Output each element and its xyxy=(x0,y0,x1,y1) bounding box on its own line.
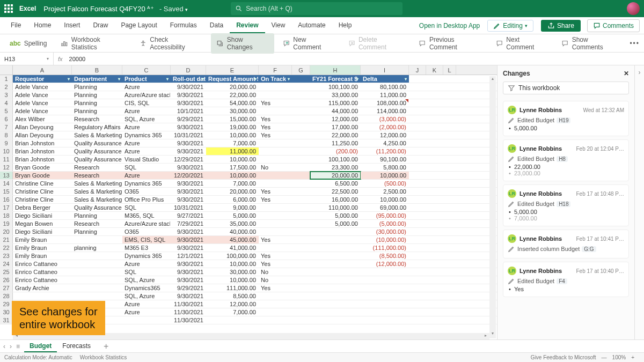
ribbon-overflow[interactable]: ••• xyxy=(630,40,640,47)
cell[interactable]: (3,000.00) xyxy=(361,115,409,123)
spelling-button[interactable]: abcSpelling xyxy=(4,37,52,50)
cell[interactable]: Planning xyxy=(72,107,122,115)
cell[interactable]: (12,000.00) xyxy=(361,260,409,268)
cell[interactable]: Yes xyxy=(259,115,292,123)
menu-tab-automate[interactable]: Automate xyxy=(291,18,332,33)
column-header-A[interactable]: A xyxy=(13,65,72,75)
cell[interactable] xyxy=(361,268,409,276)
cell[interactable] xyxy=(292,188,310,195)
cell[interactable]: Diego Siciliani xyxy=(13,212,72,219)
cell[interactable]: Azure/Azure stack xyxy=(122,91,171,99)
cell[interactable]: 4,250.00 xyxy=(361,139,409,147)
cell[interactable]: Emily Braun xyxy=(13,236,72,243)
cell[interactable] xyxy=(72,276,122,284)
cell[interactable] xyxy=(310,236,361,243)
app-launcher-icon[interactable] xyxy=(4,4,13,13)
cell[interactable]: 22,500.00 xyxy=(310,188,361,195)
cell[interactable]: 20,000.00 xyxy=(310,172,361,179)
row-header[interactable]: 27 xyxy=(0,284,13,292)
cell[interactable]: O365 xyxy=(122,228,171,235)
cell[interactable] xyxy=(122,316,171,324)
cell[interactable]: 12,000.00 xyxy=(361,131,409,139)
cell[interactable]: Azure xyxy=(122,139,171,147)
cell[interactable]: 111,000.00 xyxy=(206,284,259,292)
cell[interactable] xyxy=(361,308,409,316)
cell[interactable]: 9/30/2021 xyxy=(171,228,206,235)
cell[interactable] xyxy=(259,147,292,155)
column-header-L[interactable]: L xyxy=(443,65,456,75)
cell[interactable]: Enrico Cattaneo xyxy=(13,260,72,268)
column-header-K[interactable]: K xyxy=(426,65,443,75)
cell[interactable]: 11,250.00 xyxy=(310,139,361,147)
cell[interactable]: (10,000.00) xyxy=(361,236,409,243)
cell[interactable] xyxy=(310,268,361,276)
cell[interactable]: 54,000.00 xyxy=(206,99,259,107)
cell[interactable] xyxy=(72,292,122,300)
cell[interactable]: 100,100.00 xyxy=(310,83,361,91)
cell[interactable] xyxy=(206,316,259,324)
formula-input[interactable]: 20000 xyxy=(67,56,88,62)
cell[interactable]: CIS, SQL xyxy=(122,99,171,107)
changes-filter[interactable]: This workbook xyxy=(503,82,629,94)
cell[interactable]: Adele Vance xyxy=(13,107,72,115)
cell[interactable]: Research xyxy=(72,115,122,123)
cell[interactable]: (500.00) xyxy=(361,180,409,187)
cell[interactable]: 11/30/2021 xyxy=(171,316,206,324)
column-header-E[interactable]: E xyxy=(206,65,259,75)
cell[interactable]: Planning xyxy=(72,91,122,99)
change-ref[interactable]: H19 xyxy=(557,117,570,123)
cell[interactable]: No xyxy=(259,268,292,276)
table-header-cell[interactable]: On Track xyxy=(259,75,292,83)
editing-mode-button[interactable]: Editing▾ xyxy=(487,20,533,32)
cell[interactable]: Yes xyxy=(259,123,292,131)
cell[interactable] xyxy=(310,276,361,284)
cell[interactable] xyxy=(292,308,310,316)
cell[interactable] xyxy=(259,139,292,147)
change-ref[interactable]: F4 xyxy=(557,278,567,284)
sheet-tab-forecasts[interactable]: Forecasts xyxy=(57,341,96,352)
cell[interactable]: 9/29/2021 xyxy=(171,115,206,123)
cell[interactable] xyxy=(292,292,310,300)
menu-tab-help[interactable]: Help xyxy=(332,18,358,33)
fx-icon[interactable]: fx xyxy=(54,56,67,62)
cell[interactable]: 100,000.00 xyxy=(206,252,259,260)
cell[interactable]: Yes xyxy=(259,196,292,203)
table-header-cell[interactable]: Requestor xyxy=(13,75,72,83)
cell[interactable]: No xyxy=(259,164,292,171)
row-header[interactable]: 28 xyxy=(0,292,13,300)
cell[interactable]: 9/27/2021 xyxy=(171,212,206,219)
cell[interactable]: (5,000.00) xyxy=(361,220,409,227)
cell[interactable]: Sales & Marketing xyxy=(72,131,122,139)
cell[interactable]: 30,000.00 xyxy=(206,268,259,276)
cell[interactable]: (95,000.00) xyxy=(361,212,409,219)
cell[interactable]: SQL xyxy=(122,204,171,211)
cell[interactable] xyxy=(310,284,361,292)
cell[interactable]: Bryan Goode xyxy=(13,172,72,179)
table-header-cell[interactable]: FY21 Forecast $ xyxy=(310,75,361,83)
row-header[interactable]: 3 xyxy=(0,91,13,99)
menu-tab-page-layout[interactable]: Page Layout xyxy=(114,18,163,33)
workbook-statistics-button[interactable]: Workbook Statistics xyxy=(55,33,130,54)
cell[interactable] xyxy=(292,268,310,276)
cell[interactable]: 16,000.00 xyxy=(310,196,361,203)
cell[interactable]: 9/30/2021 xyxy=(171,276,206,284)
cell[interactable]: 5,000.00 xyxy=(206,212,259,219)
cell[interactable]: 10,000.00 xyxy=(206,156,259,163)
cell[interactable]: 5,000.00 xyxy=(310,212,361,219)
cell[interactable] xyxy=(292,284,310,292)
cell[interactable]: Quality Assurance xyxy=(72,156,122,163)
cell[interactable]: Allan Deyoung xyxy=(13,123,72,131)
row-header[interactable]: 19 xyxy=(0,220,13,227)
cell[interactable] xyxy=(361,292,409,300)
cell[interactable] xyxy=(310,228,361,235)
cell[interactable] xyxy=(72,268,122,276)
menu-tab-file[interactable]: File xyxy=(4,18,27,33)
share-button[interactable]: Share xyxy=(541,20,581,32)
cell[interactable] xyxy=(259,308,292,316)
cell[interactable]: 114,000.00 xyxy=(361,107,409,115)
row-header[interactable]: 13 xyxy=(0,172,13,179)
cell[interactable]: 40,000.00 xyxy=(206,228,259,235)
cell[interactable] xyxy=(259,244,292,252)
row-header[interactable]: 8 xyxy=(0,131,13,139)
cell[interactable] xyxy=(292,164,310,171)
